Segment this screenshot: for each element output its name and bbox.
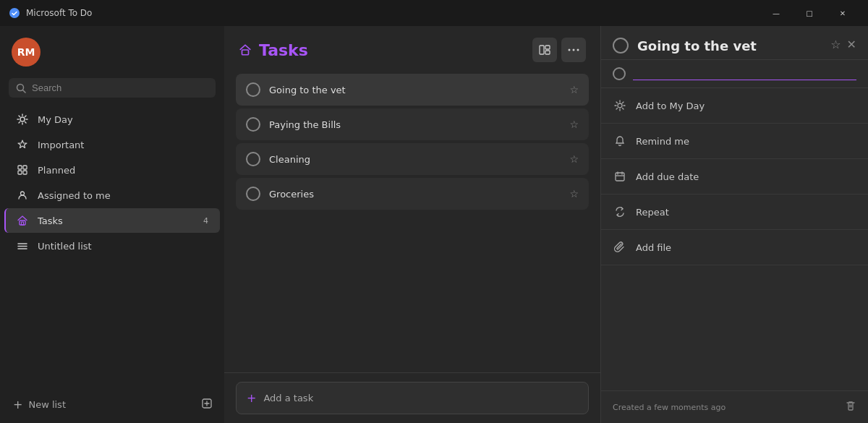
svg-point-0 (9, 8, 20, 18)
svg-line-38 (623, 108, 624, 110)
home-icon (16, 214, 29, 227)
right-header-actions: ☆ ✕ (830, 38, 856, 51)
action-add-to-my-day[interactable]: Add to My Day (601, 88, 868, 124)
delete-button[interactable] (845, 400, 856, 414)
svg-line-2 (23, 90, 26, 93)
repeat-icon (613, 205, 627, 219)
new-list-label: New list (28, 399, 66, 410)
more-options-button[interactable] (561, 38, 586, 62)
task-name-4: Groceries (269, 189, 561, 200)
svg-line-39 (623, 102, 624, 103)
svg-rect-27 (545, 46, 550, 49)
right-panel: Going to the vet ☆ ✕ (600, 26, 868, 423)
svg-rect-17 (20, 221, 25, 225)
titlebar: Microsoft To Do — □ ✕ (0, 0, 868, 26)
svg-rect-15 (23, 171, 27, 174)
sidebar-item-untitled[interactable]: Untitled list (4, 234, 220, 258)
right-task-circle[interactable] (613, 38, 629, 54)
maximize-button[interactable]: □ (793, 0, 826, 26)
sidebar-item-assigned[interactable]: Assigned to me (4, 183, 220, 208)
add-task-plus-icon: + (247, 391, 256, 405)
sun-icon (16, 113, 29, 126)
minimize-button[interactable]: — (760, 0, 793, 26)
task-circle-2[interactable] (246, 117, 260, 132)
action-my-day-label: Add to My Day (636, 101, 705, 111)
task-name-1: Going to the vet (269, 85, 561, 95)
right-task-info: Going to the vet (613, 38, 830, 54)
avatar[interactable]: RM (12, 38, 41, 67)
action-file-label: Add file (636, 242, 671, 253)
svg-line-40 (616, 108, 618, 110)
task-item-cleaning[interactable]: Cleaning ☆ (236, 143, 589, 175)
bell-icon (613, 134, 627, 148)
app-title: Microsoft To Do (26, 8, 760, 18)
star-button-1[interactable]: ☆ (569, 84, 579, 95)
svg-line-8 (19, 116, 20, 117)
task-circle-1[interactable] (246, 82, 260, 97)
sidebar-item-assigned-label: Assigned to me (38, 190, 111, 201)
sidebar-item-planned[interactable]: Planned (4, 158, 220, 182)
sidebar-item-important[interactable]: Important (4, 132, 220, 157)
sidebar-nav: My Day Important (0, 103, 224, 386)
sidebar-item-tasks[interactable]: Tasks 4 (4, 208, 220, 233)
action-repeat[interactable]: Repeat (601, 195, 868, 230)
right-star-button[interactable]: ☆ (830, 38, 841, 51)
right-close-button[interactable]: ✕ (847, 38, 856, 51)
star-button-2[interactable]: ☆ (569, 119, 579, 130)
search-input[interactable] (32, 82, 208, 93)
task-item-groceries[interactable]: Groceries ☆ (236, 178, 589, 210)
action-add-file[interactable]: Add file (601, 230, 868, 265)
panel-title: Tasks (259, 41, 525, 59)
add-list-icon-btn[interactable] (198, 395, 216, 415)
user-section: RM (0, 26, 224, 74)
sidebar-item-my-day[interactable]: My Day (4, 107, 220, 132)
svg-rect-12 (18, 166, 22, 169)
task-circle-3[interactable] (246, 152, 260, 166)
sidebar-item-my-day-label: My Day (38, 114, 73, 125)
action-due-date[interactable]: Add due date (601, 159, 868, 195)
svg-line-11 (19, 122, 20, 124)
person-icon (16, 189, 29, 202)
star-button-3[interactable]: ☆ (569, 153, 579, 165)
svg-point-32 (618, 103, 622, 108)
new-list-button[interactable]: + New list (9, 393, 70, 416)
search-box[interactable] (9, 78, 216, 98)
tasks-badge: 4 (203, 216, 208, 226)
panel-header-actions (532, 38, 586, 62)
star-button-4[interactable]: ☆ (569, 188, 579, 200)
main-area: RM (0, 26, 868, 423)
layout-button[interactable] (532, 38, 557, 62)
grid-icon (16, 163, 29, 176)
subtask-input[interactable] (633, 67, 856, 80)
action-repeat-label: Repeat (636, 207, 669, 218)
svg-point-31 (577, 49, 579, 51)
svg-rect-28 (545, 51, 550, 54)
action-remind-label: Remind me (636, 136, 689, 147)
task-item-going-to-vet[interactable]: Going to the vet ☆ (236, 74, 589, 106)
task-list: Going to the vet ☆ Paying the Bills ☆ Cl… (224, 71, 600, 372)
lines-icon (16, 239, 29, 252)
task-circle-4[interactable] (246, 187, 260, 201)
subtask-circle (613, 67, 626, 80)
svg-point-29 (569, 49, 571, 51)
svg-rect-25 (242, 50, 249, 55)
svg-point-16 (21, 192, 25, 195)
add-task-button[interactable]: + Add a task (236, 382, 589, 414)
star-icon (16, 138, 29, 151)
sidebar-item-important-label: Important (38, 140, 84, 150)
svg-rect-26 (540, 46, 544, 54)
action-due-date-label: Add due date (636, 171, 699, 182)
action-remind-me[interactable]: Remind me (601, 124, 868, 159)
action-list: Add to My Day Remind me (601, 88, 868, 390)
close-button[interactable]: ✕ (826, 0, 859, 26)
sidebar-item-planned-label: Planned (38, 165, 75, 176)
svg-line-37 (616, 102, 618, 103)
sidebar-footer: + New list (0, 386, 224, 423)
task-item-paying-bills[interactable]: Paying the Bills ☆ (236, 108, 589, 140)
svg-rect-41 (616, 173, 624, 181)
paperclip-icon (613, 240, 627, 255)
search-icon (16, 83, 26, 93)
window-controls: — □ ✕ (760, 0, 859, 26)
tasks-header-icon (239, 43, 252, 56)
svg-point-3 (20, 117, 25, 121)
